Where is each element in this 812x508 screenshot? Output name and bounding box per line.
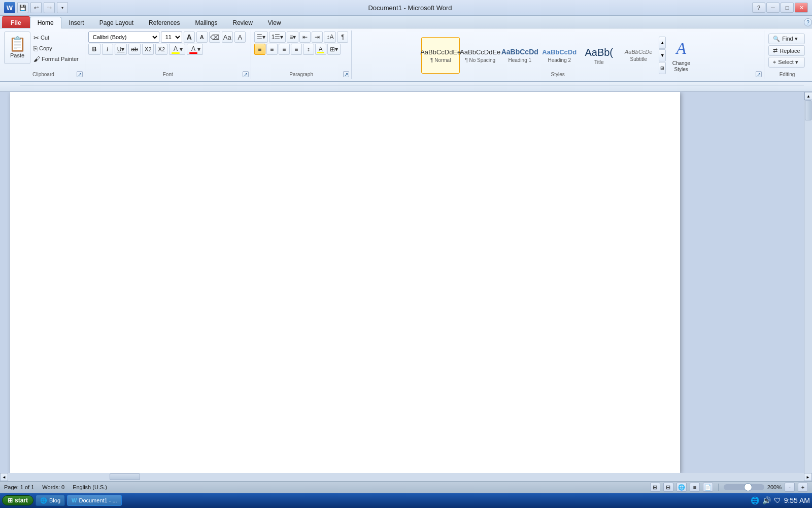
change-styles-button[interactable]: A Change Styles <box>667 37 695 74</box>
h-scroll-left[interactable]: ◄ <box>0 473 8 481</box>
styles-scroll-buttons: ▲ ▼ ⊞ <box>659 37 666 74</box>
align-left-button[interactable]: ≡ <box>254 44 265 55</box>
zoom-out-button[interactable]: - <box>785 483 795 492</box>
font-color-button[interactable]: A ▾ <box>187 44 203 55</box>
customize-qat-button[interactable]: ▾ <box>57 2 68 13</box>
font-grow-button[interactable]: A <box>184 31 195 43</box>
tray-icon-security[interactable]: 🛡 <box>774 496 781 504</box>
increase-indent-button[interactable]: ⇥ <box>312 31 323 43</box>
strikethrough-button[interactable]: ab <box>128 44 140 55</box>
select-button[interactable]: ⌖ Select ▾ <box>768 57 804 68</box>
subscript-button[interactable]: X2 <box>142 44 154 55</box>
status-bar-left: Page: 1 of 1 Words: 0 English (U.S.) <box>4 484 107 490</box>
document-page[interactable] <box>10 92 680 473</box>
style-no-spacing[interactable]: AaBbCcDdEe ¶ No Spacing <box>461 37 499 74</box>
scroll-track[interactable] <box>804 100 812 473</box>
h-scroll-track[interactable] <box>8 473 804 481</box>
horizontal-scrollbar[interactable]: ◄ ► <box>0 473 812 481</box>
style-subtitle[interactable]: AaBbCcDe Subtitle <box>619 37 658 74</box>
style-heading2[interactable]: AaBbCcDd Heading 2 <box>540 37 579 74</box>
style-title[interactable]: AaBb( Title <box>580 37 618 74</box>
shading-button[interactable]: A <box>315 44 326 55</box>
tab-mailings[interactable]: Mailings <box>187 16 225 28</box>
h-scroll-right[interactable]: ► <box>804 473 812 481</box>
style-subtitle-label: Subtitle <box>630 56 647 62</box>
bold-button[interactable]: B <box>88 44 100 55</box>
zoom-slider[interactable] <box>724 484 764 490</box>
numbering-button[interactable]: 1☰▾ <box>269 31 286 43</box>
borders-button[interactable]: ⊞▾ <box>327 44 341 55</box>
redo-button[interactable]: ↪ <box>44 2 55 13</box>
help-button[interactable]: ? <box>752 3 765 13</box>
tab-page-layout[interactable]: Page Layout <box>92 16 141 28</box>
decrease-indent-button[interactable]: ⇤ <box>299 31 311 43</box>
font-shrink-button[interactable]: A <box>196 31 208 43</box>
text-highlight-button[interactable]: A ▾ <box>169 44 185 55</box>
tab-file[interactable]: File <box>2 16 30 28</box>
draft-view-btn[interactable]: 📄 <box>703 483 713 492</box>
tab-view[interactable]: View <box>260 16 289 28</box>
paragraph-dialog-launcher[interactable]: ↗ <box>343 71 349 77</box>
word-icon: W <box>4 2 15 13</box>
taskbar-item-blog[interactable]: 🌐 Blog <box>36 495 65 506</box>
clear-formatting-button[interactable]: ⌫ <box>209 31 220 43</box>
styles-scroll-up[interactable]: ▲ <box>659 37 666 49</box>
tray-icon-network[interactable]: 🌐 <box>751 496 759 504</box>
styles-dialog-launcher[interactable]: ↗ <box>756 71 762 77</box>
bullets-button[interactable]: ☰▾ <box>254 31 268 43</box>
justify-button[interactable]: ≡ <box>291 44 302 55</box>
vertical-scrollbar[interactable]: ▲ ▼ <box>804 92 812 473</box>
h-scroll-thumb[interactable] <box>110 473 140 480</box>
replace-button[interactable]: ⇄ Replace <box>768 45 804 56</box>
align-center-button[interactable]: ≡ <box>266 44 278 55</box>
font-size-selector[interactable]: 11 <box>161 31 182 43</box>
find-button[interactable]: 🔍 Find ▾ <box>768 34 804 44</box>
font-name-selector[interactable]: Calibri (Body) <box>88 31 159 43</box>
scroll-thumb[interactable] <box>805 100 811 120</box>
outline-view-btn[interactable]: ≡ <box>690 483 700 492</box>
taskbar-item-document[interactable]: W Document1 - ... <box>67 495 122 506</box>
start-button[interactable]: ⊞ start <box>2 495 33 505</box>
format-painter-button[interactable]: 🖌 Format Painter <box>31 54 81 64</box>
align-right-button[interactable]: ≡ <box>279 44 290 55</box>
italic-button[interactable]: I <box>102 44 113 55</box>
multilevel-button[interactable]: ≡▾ <box>287 31 298 43</box>
zoom-in-button[interactable]: + <box>798 483 808 492</box>
main-content-area: ▲ ▼ ◄ ► Page: 1 of 1 Words: 0 English (U… <box>0 82 812 493</box>
ribbon-help-icon[interactable]: ? <box>804 18 812 26</box>
paste-button[interactable]: 📋 Paste <box>4 31 30 64</box>
font-dialog-launcher[interactable]: ↗ <box>243 71 249 77</box>
sort-button[interactable]: ↕A <box>324 31 336 43</box>
change-styles-label: Change Styles <box>672 60 690 73</box>
line-spacing-button[interactable]: ↕ <box>303 44 314 55</box>
underline-button[interactable]: U▾ <box>115 44 127 55</box>
zoom-thumb[interactable] <box>744 483 752 491</box>
clipboard-dialog-launcher[interactable]: ↗ <box>77 71 83 77</box>
save-button[interactable]: 💾 <box>17 2 28 13</box>
close-button[interactable]: ✕ <box>795 3 808 13</box>
clipboard-small-buttons: ✂ Cut ⎘ Copy 🖌 Format Painter <box>31 31 81 64</box>
tab-references[interactable]: References <box>141 16 187 28</box>
styles-scroll-down[interactable]: ▼ <box>659 49 666 61</box>
undo-button[interactable]: ↩ <box>30 2 42 13</box>
minimize-button[interactable]: ─ <box>766 3 780 13</box>
tab-insert[interactable]: Insert <box>61 16 92 28</box>
scroll-up-arrow[interactable]: ▲ <box>804 92 812 100</box>
web-layout-view-btn[interactable]: 🌐 <box>676 483 687 492</box>
tray-icon-volume[interactable]: 🔊 <box>762 496 771 504</box>
text-effects-button[interactable]: A <box>234 31 246 43</box>
copy-button[interactable]: ⎘ Copy <box>31 43 81 53</box>
maximize-button[interactable]: □ <box>781 3 794 13</box>
style-normal[interactable]: AaBbCcDdEe ¶ Normal <box>421 37 460 74</box>
style-no-spacing-text: AaBbCcDdEe <box>460 48 500 56</box>
tab-home[interactable]: Home <box>30 17 61 28</box>
print-layout-view-btn[interactable]: ⊞ <box>650 483 660 492</box>
superscript-button[interactable]: X2 <box>155 44 167 55</box>
tab-review[interactable]: Review <box>225 16 260 28</box>
full-reading-view-btn[interactable]: ⊟ <box>663 483 673 492</box>
show-hide-button[interactable]: ¶ <box>337 31 348 43</box>
cut-button[interactable]: ✂ Cut <box>31 33 81 43</box>
document-container: ▲ ▼ <box>0 92 812 473</box>
style-heading1[interactable]: AaBbCcDd Heading 1 <box>500 37 539 74</box>
case-button[interactable]: Aa <box>222 31 233 43</box>
